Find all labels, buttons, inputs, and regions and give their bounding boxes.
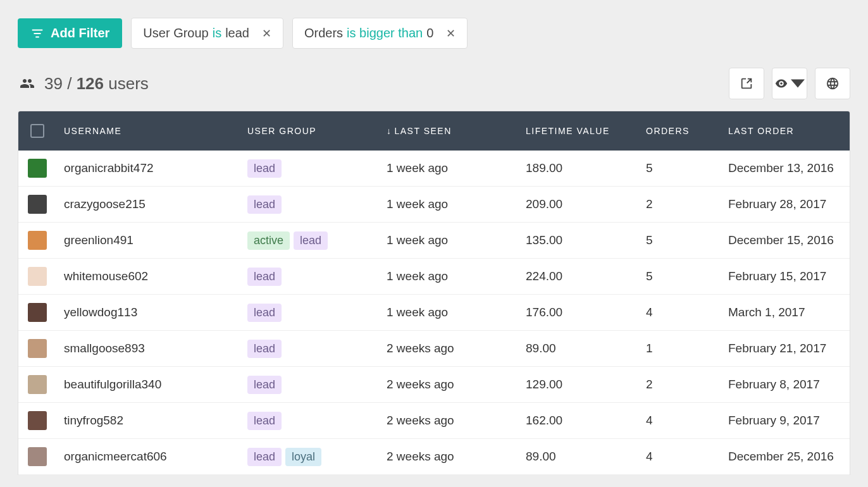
filter-field: Orders (304, 26, 343, 40)
lead-badge: lead (247, 304, 282, 322)
username-cell: yellowdog113 (64, 305, 137, 319)
user-group-cell: lead (240, 159, 379, 178)
globe-icon (826, 77, 840, 90)
sort-desc-icon: ↓ (387, 126, 392, 136)
table-row[interactable]: crazygoose215lead1 week ago209.002Februa… (18, 187, 850, 223)
active-badge: active (247, 231, 290, 250)
visibility-button[interactable] (772, 68, 807, 99)
avatar (28, 267, 47, 286)
col-orders[interactable]: ORDERS (638, 126, 721, 136)
table-row[interactable]: beautifulgorilla340lead2 weeks ago129.00… (18, 367, 850, 403)
filtered-count: 39 (44, 74, 63, 93)
loyal-badge: loyal (285, 448, 321, 466)
table-row[interactable]: greenlion491activelead1 week ago135.005D… (18, 223, 850, 259)
lead-badge: lead (247, 268, 282, 286)
avatar (28, 411, 47, 430)
filter-chip[interactable]: User Group is lead✕ (131, 18, 283, 49)
last-seen-cell: 1 week ago (379, 233, 518, 247)
total-count: 126 (77, 74, 104, 93)
last-order-cell: February 21, 2017 (721, 342, 850, 355)
lifetime-value-cell: 89.00 (518, 342, 638, 355)
user-group-cell: lead (240, 412, 379, 430)
avatar (28, 303, 47, 322)
avatar (28, 447, 47, 466)
lifetime-value-cell: 89.00 (518, 450, 638, 464)
username-cell: whitemouse602 (64, 269, 148, 283)
user-group-cell: lead (240, 340, 379, 358)
last-seen-cell: 2 weeks ago (379, 342, 518, 355)
lifetime-value-cell: 135.00 (518, 233, 638, 247)
table-row[interactable]: tinyfrog582lead2 weeks ago162.004Februar… (18, 403, 850, 439)
lead-badge: lead (294, 231, 328, 250)
result-count: 39 / 126 users (18, 74, 149, 94)
avatar (28, 195, 47, 214)
username-cell: organicmeercat606 (64, 450, 167, 463)
lead-badge: lead (247, 412, 282, 430)
avatar (28, 231, 47, 250)
filter-chip[interactable]: Orders is bigger than 0✕ (292, 18, 468, 49)
users-icon (18, 76, 37, 91)
user-group-cell: leadloyal (240, 448, 379, 466)
table-row[interactable]: whitemouse602lead1 week ago224.005Februa… (18, 259, 850, 295)
lifetime-value-cell: 224.00 (518, 269, 638, 283)
lifetime-value-cell: 129.00 (518, 378, 638, 391)
last-order-cell: December 15, 2016 (721, 233, 850, 247)
user-group-cell: lead (240, 376, 379, 394)
last-seen-cell: 1 week ago (379, 161, 518, 175)
last-order-cell: February 8, 2017 (721, 378, 850, 391)
last-seen-cell: 1 week ago (379, 305, 518, 319)
col-last-seen[interactable]: ↓LAST SEEN (379, 126, 518, 136)
table-row[interactable]: organicrabbit472lead1 week ago189.005Dec… (18, 151, 850, 187)
lead-badge: lead (247, 195, 282, 214)
col-user-group[interactable]: USER GROUP (240, 126, 379, 136)
select-all-checkbox[interactable] (30, 124, 44, 138)
orders-cell: 4 (638, 414, 721, 428)
lifetime-value-cell: 176.00 (518, 305, 638, 319)
user-group-cell: lead (240, 195, 379, 214)
username-cell: greenlion491 (64, 233, 133, 247)
orders-cell: 5 (638, 233, 721, 247)
filter-operator: is (213, 26, 221, 40)
avatar (28, 375, 47, 394)
last-seen-cell: 1 week ago (379, 197, 518, 211)
user-group-cell: activelead (240, 231, 379, 250)
avatar (28, 339, 47, 358)
globe-button[interactable] (815, 68, 850, 99)
username-cell: tinyfrog582 (64, 414, 123, 427)
col-last-order[interactable]: LAST ORDER (721, 126, 850, 136)
last-seen-cell: 2 weeks ago (379, 414, 518, 428)
table-row[interactable]: smallgoose893lead2 weeks ago89.001Februa… (18, 331, 850, 367)
col-lifetime-value[interactable]: LIFETIME VALUE (518, 126, 638, 136)
table-row[interactable]: organicmeercat606leadloyal2 weeks ago89.… (18, 439, 850, 475)
orders-cell: 5 (638, 161, 721, 175)
last-order-cell: February 28, 2017 (721, 197, 850, 211)
orders-cell: 2 (638, 197, 721, 211)
username-cell: smallgoose893 (64, 342, 145, 355)
orders-cell: 1 (638, 342, 721, 355)
remove-filter-icon[interactable]: ✕ (446, 27, 456, 40)
users-table: USERNAME USER GROUP ↓LAST SEEN LIFETIME … (18, 111, 850, 475)
export-button[interactable] (729, 68, 764, 99)
remove-filter-icon[interactable]: ✕ (262, 27, 271, 40)
orders-cell: 4 (638, 305, 721, 319)
filter-field: User Group (143, 26, 208, 40)
lead-badge: lead (247, 340, 282, 358)
user-group-cell: lead (240, 268, 379, 286)
add-filter-button[interactable]: Add Filter (18, 18, 122, 48)
last-order-cell: December 25, 2016 (721, 450, 850, 464)
col-username[interactable]: USERNAME (56, 126, 240, 136)
lifetime-value-cell: 162.00 (518, 414, 638, 428)
username-cell: organicrabbit472 (64, 161, 154, 175)
last-order-cell: February 9, 2017 (721, 414, 850, 428)
filter-icon (30, 27, 44, 40)
table-header: USERNAME USER GROUP ↓LAST SEEN LIFETIME … (18, 111, 850, 151)
avatar (28, 159, 47, 178)
last-seen-cell: 2 weeks ago (379, 450, 518, 464)
table-row[interactable]: yellowdog113lead1 week ago176.004March 1… (18, 295, 850, 331)
orders-cell: 4 (638, 450, 721, 464)
add-filter-label: Add Filter (51, 26, 109, 40)
last-seen-cell: 1 week ago (379, 269, 518, 283)
last-order-cell: February 15, 2017 (721, 269, 850, 283)
filter-value: lead (225, 26, 249, 40)
lead-badge: lead (247, 159, 282, 178)
